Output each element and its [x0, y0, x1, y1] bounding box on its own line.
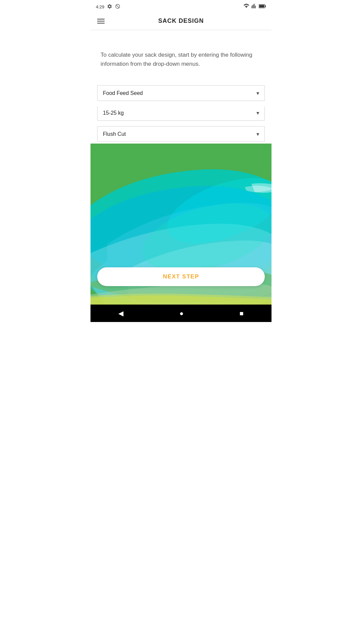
signal-icon — [251, 4, 257, 10]
main-content: To calculate your sack design, start by … — [90, 30, 272, 305]
wifi-icon — [243, 4, 249, 10]
top-section: To calculate your sack design, start by … — [90, 30, 272, 78]
status-bar: 4:29 — [90, 0, 272, 12]
cut-dropdown[interactable]: Flush Cut Valve Cut Sewn Bottom — [97, 126, 265, 142]
weight-dropdown-wrapper: 5-10 kg 15-25 kg 25-50 kg 50+ kg ▼ — [97, 106, 265, 121]
home-button[interactable]: ● — [173, 307, 190, 320]
category-dropdown[interactable]: Food Feed Seed Industrial Agricultural — [97, 85, 265, 101]
svg-rect-2 — [259, 5, 264, 8]
status-right — [243, 4, 266, 10]
next-step-area: NEXT STEP — [97, 267, 265, 286]
page-title: SACK DESIGN — [106, 17, 256, 24]
recent-apps-button[interactable]: ■ — [233, 307, 250, 320]
settings-icon — [107, 4, 112, 10]
hamburger-menu-icon[interactable] — [96, 17, 106, 25]
battery-icon — [259, 4, 266, 10]
navigation-bar: ◀ ● ■ — [90, 305, 272, 322]
status-left: 4:29 — [96, 4, 120, 10]
do-not-disturb-icon — [115, 4, 120, 10]
cut-dropdown-wrapper-inner: Flush Cut Valve Cut Sewn Bottom ▼ — [97, 126, 265, 142]
back-button[interactable]: ◀ — [112, 307, 130, 320]
svg-rect-1 — [265, 5, 266, 7]
weight-dropdown[interactable]: 5-10 kg 15-25 kg 25-50 kg 50+ kg — [97, 106, 265, 121]
dropdowns-area: Food Feed Seed Industrial Agricultural ▼ — [90, 78, 272, 106]
category-dropdown-wrapper: Food Feed Seed Industrial Agricultural ▼ — [97, 85, 265, 101]
app-header: SACK DESIGN — [90, 12, 272, 30]
status-time: 4:29 — [96, 4, 104, 9]
weight-dropdown-wrapper-outer: 5-10 kg 15-25 kg 25-50 kg 50+ kg ▼ — [90, 106, 272, 121]
instructions-text: To calculate your sack design, start by … — [101, 50, 261, 68]
next-step-button[interactable]: NEXT STEP — [97, 267, 265, 286]
overlap-section: 5-10 kg 15-25 kg 25-50 kg 50+ kg ▼ — [90, 106, 272, 305]
cut-dropdown-wrapper: Flush Cut Valve Cut Sewn Bottom ▼ — [97, 126, 265, 142]
